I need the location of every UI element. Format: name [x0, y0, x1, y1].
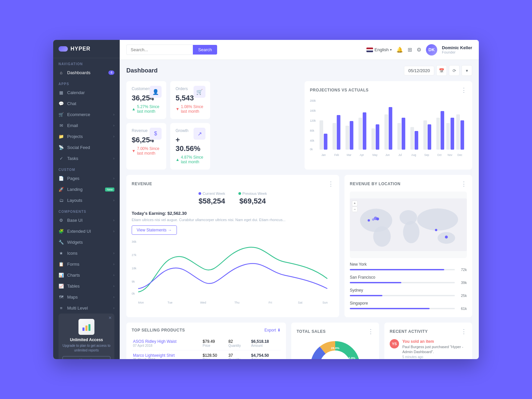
location-row-singapore: Singapore 61k — [350, 301, 467, 311]
upgrade-button[interactable]: Upgrade — [63, 356, 110, 359]
sidebar-item-landing[interactable]: 🚀 Landing New — [53, 184, 120, 195]
chevron-right-icon: › — [113, 251, 114, 255]
upgrade-close-button[interactable]: ✕ — [108, 316, 112, 320]
sidebar-item-charts[interactable]: 📊 Charts › — [53, 270, 120, 281]
notifications-icon[interactable]: 🔔 — [396, 47, 403, 53]
export-button[interactable]: Export ⬇ — [264, 328, 281, 332]
sidebar-item-pages[interactable]: 📄 Pages › — [53, 173, 120, 184]
product-qty: 82 — [228, 339, 248, 344]
sidebar-item-chat[interactable]: 💬 Chat — [53, 98, 120, 109]
svg-text:0k: 0k — [132, 292, 135, 295]
activity-avatar: YS — [390, 339, 399, 348]
svg-text:Wed: Wed — [200, 301, 206, 304]
orders-icon: 🛒 — [194, 86, 205, 98]
location-name: Singapore — [350, 301, 467, 306]
topbar-right: English ▾ 🔔 ⊞ ⚙ DK Dominic Keller Founde… — [366, 44, 472, 56]
sidebar-item-maps[interactable]: 🗺 Maps › — [53, 292, 120, 303]
map-header: REVENUE BY LOCATION ⋮ — [350, 180, 467, 188]
sidebar-item-extended-ui[interactable]: 🧩 Extended UI › — [53, 226, 120, 237]
revenue-icon: $ — [150, 128, 162, 140]
home-icon: ⌂ — [59, 70, 64, 75]
svg-text:Jun: Jun — [385, 153, 390, 157]
sidebar-item-projects[interactable]: 📁 Projects › — [53, 131, 120, 142]
chart-menu-button[interactable]: ⋮ — [461, 86, 467, 94]
svg-rect-9 — [320, 120, 323, 150]
current-week: Current Week $58,254 — [199, 192, 225, 205]
donut-title: TOTAL SALES — [297, 329, 326, 334]
sidebar-item-label: Forms — [67, 262, 79, 267]
pages-icon: 📄 — [59, 176, 64, 181]
activity-time: 5 minutes ago — [402, 355, 467, 359]
sidebar-item-forms[interactable]: 📋 Forms › — [53, 259, 120, 270]
svg-text:80k: 80k — [310, 129, 315, 132]
user-role: Founder — [442, 50, 472, 54]
sidebar-item-multilevel[interactable]: ≡ Multi Level › — [53, 303, 120, 314]
search-input[interactable] — [126, 45, 193, 55]
refresh-button[interactable]: ⟳ — [449, 65, 460, 76]
stat-change: ▼ 1.08% Since last month — [176, 104, 205, 114]
sidebar-item-label: Projects — [67, 134, 83, 139]
previous-week: Previous Week $69,524 — [238, 192, 267, 205]
map-menu-button[interactable]: ⋮ — [461, 180, 467, 188]
location-bar-fill — [350, 308, 430, 309]
sidebar-item-icons[interactable]: ★ Icons › — [53, 248, 120, 259]
line-chart-svg: 36k 27k 18k 9k 0k Mon Tue — [132, 239, 334, 305]
svg-rect-25 — [423, 120, 427, 150]
chart-title: PROJECTIONS VS ACTUALS — [310, 88, 369, 92]
language-selector[interactable]: English ▾ — [366, 47, 392, 52]
logo-icon — [59, 46, 68, 52]
projections-chart: 200k 160k 120k 80k 40k 0k — [310, 98, 467, 164]
sidebar-item-layouts[interactable]: 🗂 Layouts › — [53, 195, 120, 206]
view-statements-button[interactable]: View Statements → — [132, 225, 177, 235]
language-label: English — [374, 47, 389, 52]
amount-label: Amount — [251, 344, 279, 347]
search-button[interactable]: Search — [193, 45, 217, 55]
calendar-button[interactable]: 📅 — [436, 65, 447, 76]
location-bar-wrap: 39k — [350, 281, 467, 285]
chevron-right-icon: › — [113, 135, 114, 138]
svg-text:0k: 0k — [310, 148, 313, 151]
stat-change: ▲ 5.27% Since last month — [132, 104, 161, 114]
sidebar-item-email[interactable]: ✉ Email › — [53, 120, 120, 131]
sidebar-item-label: Email — [67, 123, 78, 128]
sidebar-item-base-ui[interactable]: ⚙ Base UI › — [53, 215, 120, 226]
sidebar-item-dashboards[interactable]: ⌂ Dashboards 4 — [53, 67, 120, 78]
location-name: Sydney — [350, 288, 467, 293]
sidebar-item-label: Extended UI — [67, 229, 91, 234]
donut-svg: 28.0% 26.1% 35.0% 10.8% — [309, 339, 362, 359]
svg-rect-15 — [358, 118, 362, 150]
svg-text:40k: 40k — [310, 139, 315, 142]
download-icon: ⬇ — [277, 328, 281, 332]
location-row-sydney: Sydney 25k — [350, 288, 467, 298]
settings-icon[interactable]: ⚙ — [417, 47, 421, 53]
previous-week-label: Previous Week — [238, 192, 267, 196]
location-bar-fill — [350, 295, 382, 296]
sidebar-item-label: Tables — [67, 284, 80, 289]
activity-item: YS You sold an item Paul Burgess just pu… — [390, 339, 467, 359]
sidebar-item-tasks[interactable]: ✓ Tasks › — [53, 153, 120, 164]
sidebar-item-calendar[interactable]: ▦ Calendar — [53, 87, 120, 98]
tasks-icon: ✓ — [59, 156, 64, 161]
product-qty: 37 — [228, 353, 248, 358]
product-name: Marco Lightweight Shirt — [133, 353, 200, 358]
svg-rect-28 — [441, 111, 444, 150]
sidebar-item-tables[interactable]: 📈 Tables › — [53, 281, 120, 292]
svg-point-59 — [373, 226, 391, 247]
grid-icon[interactable]: ⊞ — [408, 47, 412, 53]
revenue-menu-button[interactable]: ⋮ — [328, 180, 334, 188]
sidebar-item-social-feed[interactable]: 📡 Social Feed — [53, 142, 120, 153]
svg-rect-13 — [345, 126, 349, 150]
activity-menu-button[interactable]: ⋮ — [461, 328, 467, 335]
sidebar-item-ecommerce[interactable]: 🛒 Ecommerce › — [53, 109, 120, 120]
recent-activity-card: RECENT ACTIVITY ⋮ YS You sold an item Pa… — [384, 323, 472, 359]
donut-menu-button[interactable]: ⋮ — [368, 328, 374, 335]
upgrade-image — [78, 319, 94, 335]
product-qty-cell: 82 Quantity — [227, 336, 250, 350]
projections-chart-card: PROJECTIONS VS ACTUALS ⋮ 200k 160k 120k … — [305, 81, 472, 170]
sidebar-item-widgets[interactable]: 🔧 Widgets — [53, 237, 120, 248]
icons-icon: ★ — [59, 251, 64, 256]
svg-rect-14 — [350, 121, 353, 150]
sidebar-item-label: Pages — [67, 176, 79, 181]
filter-button[interactable]: ▾ — [462, 65, 472, 76]
svg-text:36k: 36k — [132, 240, 137, 243]
